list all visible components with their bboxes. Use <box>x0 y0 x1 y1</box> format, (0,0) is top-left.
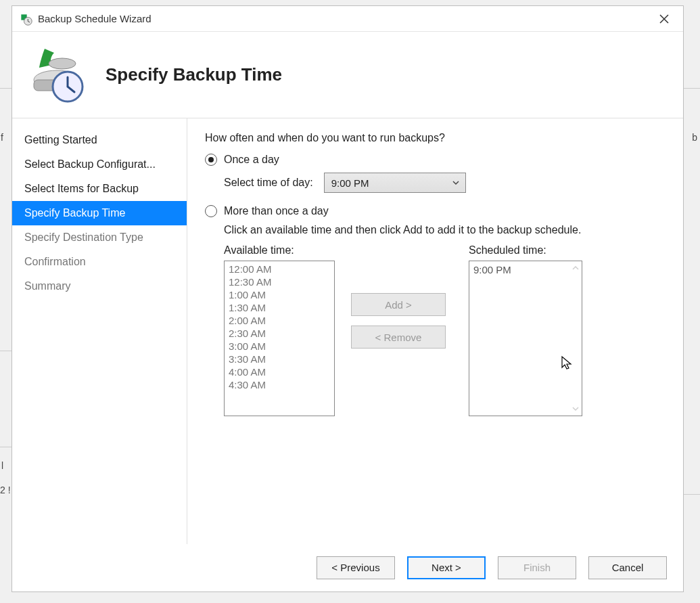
radio-more-than-once[interactable] <box>205 205 217 217</box>
wizard-header: Specify Backup Time <box>12 32 683 118</box>
scheduled-time-listbox[interactable]: 9:00 PM <box>469 261 582 416</box>
available-time-option[interactable]: 4:00 AM <box>225 365 334 378</box>
sidebar-item-0[interactable]: Getting Started <box>12 128 187 152</box>
sidebar-item-1[interactable]: Select Backup Configurat... <box>12 152 187 177</box>
titlebar: Backup Schedule Wizard <box>12 6 683 32</box>
sidebar-item-2[interactable]: Select Items for Backup <box>12 177 187 201</box>
chevron-down-icon <box>571 405 580 413</box>
question-text: How often and when do you want to run ba… <box>205 132 666 144</box>
next-button[interactable]: Next > <box>407 556 486 579</box>
sidebar-item-4[interactable]: Specify Destination Type <box>12 225 187 250</box>
scheduled-scroll-indicators <box>569 261 582 416</box>
available-time-option[interactable]: 2:30 AM <box>225 327 334 340</box>
remove-button[interactable]: < Remove <box>351 326 446 349</box>
svg-point-1 <box>49 58 76 69</box>
wizard-window: Backup Schedule Wizard Specify Backup Ti… <box>11 5 684 592</box>
backup-schedule-icon <box>19 12 32 26</box>
available-time-label: Available time: <box>224 244 335 256</box>
scheduled-time-option[interactable]: 9:00 PM <box>473 264 578 275</box>
page-title: Specify Backup Time <box>106 64 282 85</box>
radio-once-label: Once a day <box>224 154 279 166</box>
available-time-option[interactable]: 4:30 AM <box>225 378 334 391</box>
chevron-down-icon <box>452 179 460 187</box>
sidebar-item-3[interactable]: Specify Backup Time <box>12 201 187 225</box>
add-button[interactable]: Add > <box>351 293 446 316</box>
wizard-steps-sidebar: Getting StartedSelect Backup Configurat.… <box>12 118 187 544</box>
cancel-button[interactable]: Cancel <box>588 556 667 579</box>
available-time-option[interactable]: 12:30 AM <box>225 275 334 288</box>
close-button[interactable] <box>649 9 679 29</box>
previous-button[interactable]: < Previous <box>317 556 395 579</box>
wizard-main-panel: How often and when do you want to run ba… <box>187 118 683 544</box>
backup-drive-clock-icon <box>24 45 85 106</box>
available-time-option[interactable]: 2:00 AM <box>225 314 334 327</box>
radio-once-a-day[interactable] <box>205 154 217 166</box>
scheduled-time-label: Scheduled time: <box>469 244 582 256</box>
available-time-option[interactable]: 1:00 AM <box>225 288 334 301</box>
sidebar-item-5[interactable]: Confirmation <box>12 250 187 274</box>
available-time-listbox[interactable]: 12:00 AM12:30 AM1:00 AM1:30 AM2:00 AM2:3… <box>224 261 335 416</box>
time-of-day-select[interactable]: 9:00 PM <box>324 173 466 193</box>
chevron-up-icon <box>571 264 580 272</box>
sidebar-item-6[interactable]: Summary <box>12 274 187 298</box>
finish-button: Finish <box>498 556 576 579</box>
available-time-option[interactable]: 3:30 AM <box>225 353 334 365</box>
time-of-day-value: 9:00 PM <box>331 177 369 189</box>
available-time-option[interactable]: 12:00 AM <box>225 263 334 275</box>
add-time-description: Click an available time and then click A… <box>224 224 666 236</box>
wizard-footer: < Previous Next > Finish Cancel <box>12 544 683 591</box>
available-time-option[interactable]: 1:30 AM <box>225 301 334 314</box>
select-time-label: Select time of day: <box>224 177 313 189</box>
available-time-option[interactable]: 3:00 AM <box>225 340 334 353</box>
window-title: Backup Schedule Wizard <box>38 13 649 24</box>
radio-more-label: More than once a day <box>224 205 329 217</box>
